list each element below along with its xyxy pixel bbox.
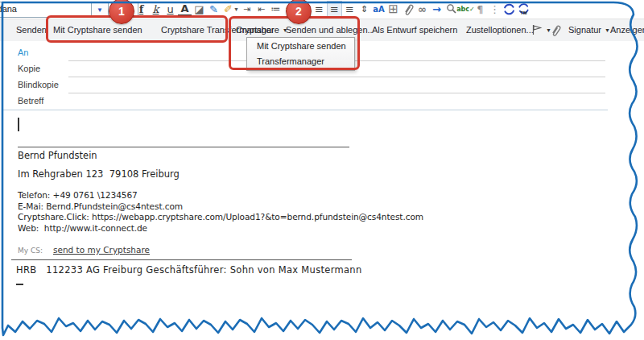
send-button[interactable]: Senden: [16, 19, 47, 40]
highlighter-icon[interactable]: ✐: [221, 2, 235, 16]
underline-icon[interactable]: u: [163, 2, 177, 16]
flag-button[interactable]: ▼: [531, 19, 551, 40]
svg-text:TM: TM: [521, 10, 527, 15]
flag-icon: [531, 24, 543, 35]
button-label: Senden: [16, 25, 47, 35]
signature-name: Bernd Pfundstein: [18, 150, 97, 161]
button-label: Cryptshare: [236, 25, 279, 35]
overflow-dots-icon[interactable]: ⋮: [488, 2, 502, 16]
pen-icon[interactable]: ✎: [207, 2, 221, 16]
field-label-blindkopie[interactable]: Blindkopie: [18, 80, 59, 89]
stray-dash: [16, 284, 23, 285]
toolbar-icons: fkuA◪✎✐▼⇥⇤≔≔≣≡≡≡⇕aA⊞∞→abc✓¶⋮TM: [134, 0, 530, 18]
send-with-cryptshare-button[interactable]: Mit Cryptshare senden: [53, 19, 142, 40]
button-label: Zustelloptionen...: [466, 25, 534, 35]
margins-icon[interactable]: ¶: [473, 2, 487, 16]
menu-item-mit-cryptshare-senden[interactable]: Mit Cryptshare senden: [247, 38, 354, 53]
format-toolbar: Verdana ▼ 10 fkuA◪✎✐▼⇥⇤≔≔≣≡≡≡⇕aA⊞∞→abc✓¶…: [0, 0, 644, 18]
display-button[interactable]: Anzeigen▼: [610, 19, 644, 40]
button-label: Mit Cryptshare senden: [53, 25, 142, 35]
delivery-options-button[interactable]: Zustelloptionen...: [466, 19, 534, 40]
signature-button[interactable]: Signatur▼: [568, 19, 610, 40]
cryptshare-dropdown-menu: Mit Cryptshare sendenTransfermanager: [246, 37, 355, 71]
field-row-betreff: Betreff: [0, 93, 644, 110]
button-label: Als Entwurf speichern: [372, 25, 457, 35]
button-label: Anzeigen: [610, 25, 644, 35]
bullet-list-icon[interactable]: ≔: [269, 2, 283, 16]
field-label-betreff[interactable]: Betreff: [18, 96, 43, 106]
transfermanager-icon[interactable]: TM: [517, 2, 530, 16]
insert-icon[interactable]: →: [430, 2, 444, 16]
font-color-icon[interactable]: A: [178, 2, 192, 16]
spellcheck-icon[interactable]: abc✓: [459, 2, 473, 16]
mycs-row: My CS:send to my Cryptshare: [18, 241, 150, 256]
hrb-separator: [11, 259, 352, 260]
field-row-blindkopie: Blindkopie: [0, 77, 644, 93]
signature-address: Im Rehgraben 123 79108 Freiburg: [18, 168, 180, 180]
field-label-kopie[interactable]: Kopie: [18, 64, 40, 73]
font-name-select[interactable]: Verdana: [0, 2, 93, 18]
attach-file-button[interactable]: [550, 19, 561, 40]
mycs-label: My CS:: [18, 247, 43, 255]
hrb-line: HRB 112233 AG Freiburg Geschäftsführer: …: [16, 264, 362, 276]
indent-increase-icon[interactable]: ⇥: [240, 2, 254, 16]
attach-file-icon: [550, 24, 561, 36]
message-body[interactable]: Bernd Pfundstein Im Rehgraben 123 79108 …: [0, 110, 644, 312]
font-name-dropdown-arrow[interactable]: ▼: [91, 2, 109, 18]
notes-compose-window: { "toolbar": { "font_name": "Verdana", "…: [0, 0, 644, 340]
italic-icon[interactable]: k: [149, 2, 163, 16]
save-as-draft-button[interactable]: Als Entwurf speichern: [372, 19, 457, 40]
align-left-icon[interactable]: ≡: [312, 2, 326, 16]
signature-contact-block: Telefon: +49 0761 \1234567 E-Mai: Bernd.…: [18, 190, 423, 234]
link-icon[interactable]: ∞: [415, 2, 429, 16]
text-cursor: [18, 118, 19, 131]
button-label: Senden und ablegen..: [286, 25, 373, 35]
mycs-cryptshare-link[interactable]: send to my Cryptshare: [53, 245, 150, 255]
cryptshare-icon[interactable]: [502, 2, 516, 16]
indent-decrease-icon[interactable]: ⇤: [254, 2, 268, 16]
format-painter-icon[interactable]: ◪: [192, 2, 206, 16]
chevron-down-icon: ▼: [97, 6, 103, 14]
line-spacing-icon[interactable]: ⇕: [357, 2, 371, 16]
menu-item-transfermanager[interactable]: Transfermanager: [247, 53, 354, 68]
table-icon[interactable]: ⊞: [386, 2, 400, 16]
text-style-icon[interactable]: aA: [372, 2, 386, 16]
bold-icon[interactable]: f: [134, 2, 148, 16]
attach-icon[interactable]: [401, 2, 415, 16]
field-label-an[interactable]: An: [18, 48, 28, 57]
button-label: Signatur: [568, 25, 601, 35]
align-center-icon[interactable]: ≡: [327, 1, 342, 17]
chevron-down-icon: ▼: [605, 27, 610, 33]
signature-separator: [18, 147, 349, 147]
align-right-icon[interactable]: ≡: [343, 2, 357, 16]
